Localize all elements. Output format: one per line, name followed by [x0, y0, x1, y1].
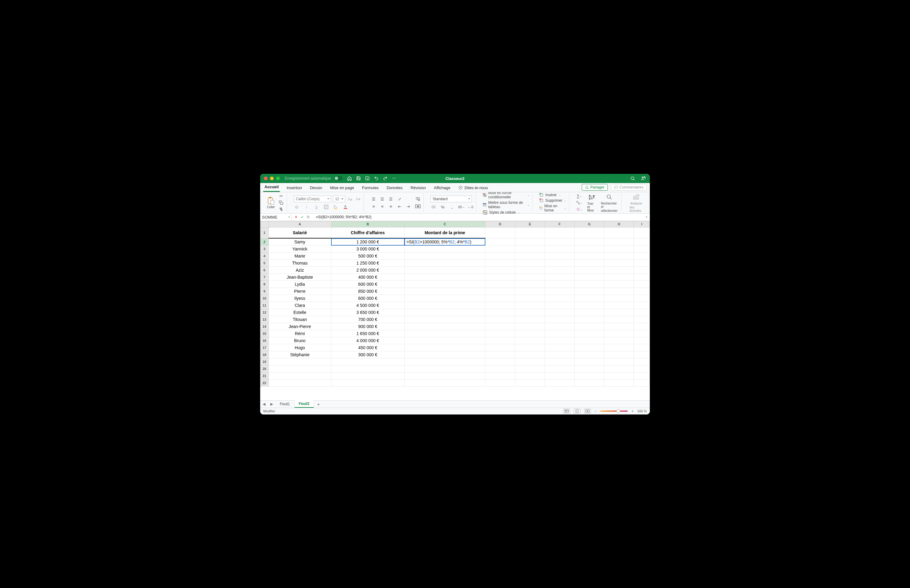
- font-color-icon[interactable]: A: [343, 204, 349, 210]
- cell-F12[interactable]: [545, 309, 574, 316]
- cell-H20[interactable]: [604, 365, 634, 372]
- cell-A3[interactable]: Yannick: [269, 245, 331, 252]
- increase-font-icon[interactable]: A▴: [347, 196, 353, 202]
- cell-B22[interactable]: [331, 379, 404, 386]
- toggle-switch-icon[interactable]: [334, 176, 343, 181]
- cell-C17[interactable]: [404, 344, 486, 351]
- fill-icon[interactable]: ⌄: [576, 200, 582, 205]
- cell-D21[interactable]: [486, 372, 515, 379]
- cell-B2[interactable]: 1 200 000 €: [331, 238, 404, 245]
- sheet-nav-prev-icon[interactable]: ◀: [260, 402, 268, 406]
- cell-E4[interactable]: [515, 252, 545, 259]
- cell-F16[interactable]: [545, 337, 574, 344]
- cell-B18[interactable]: 300 000 €: [331, 351, 404, 358]
- home-icon[interactable]: [347, 176, 352, 181]
- cell-B17[interactable]: 450 000 €: [331, 344, 404, 351]
- cell-B15[interactable]: 1 650 000 €: [331, 330, 404, 337]
- cell-C8[interactable]: [404, 281, 486, 288]
- cell-G8[interactable]: [574, 281, 604, 288]
- align-right-icon[interactable]: ≡: [388, 204, 394, 209]
- cell-C3[interactable]: [404, 245, 486, 252]
- cell-B10[interactable]: 600 000 €: [331, 295, 404, 302]
- cell-A18[interactable]: Stéphanie: [269, 351, 331, 358]
- cell-G13[interactable]: [574, 316, 604, 323]
- cell-I22[interactable]: [634, 379, 650, 386]
- tab-mise-en-page[interactable]: Mise en page: [329, 184, 355, 192]
- cell-I15[interactable]: [634, 330, 650, 337]
- cell-A13[interactable]: Titouan: [269, 316, 331, 323]
- cell-G10[interactable]: [574, 295, 604, 302]
- cell-C4[interactable]: [404, 252, 486, 259]
- cell-I1[interactable]: [634, 227, 650, 238]
- row-header-2[interactable]: 2: [261, 238, 269, 245]
- redo-icon[interactable]: [383, 176, 387, 181]
- cell-I11[interactable]: [634, 302, 650, 309]
- bold-icon[interactable]: G: [294, 204, 300, 210]
- select-all-corner[interactable]: [261, 221, 269, 227]
- minimize-icon[interactable]: [270, 176, 274, 180]
- save-as-icon[interactable]: [365, 176, 370, 181]
- decrease-font-icon[interactable]: A▾: [355, 196, 361, 202]
- cell-I6[interactable]: [634, 267, 650, 273]
- cell-G12[interactable]: [574, 309, 604, 316]
- cell-F20[interactable]: [545, 365, 574, 372]
- cell-D14[interactable]: [486, 323, 515, 330]
- cell-G15[interactable]: [574, 330, 604, 337]
- cell-F15[interactable]: [545, 330, 574, 337]
- cell-G20[interactable]: [574, 365, 604, 372]
- cell-I20[interactable]: [634, 365, 650, 372]
- cell-D10[interactable]: [486, 295, 515, 302]
- cell-H15[interactable]: [604, 330, 634, 337]
- cell-I2[interactable]: [634, 238, 650, 245]
- cell-D11[interactable]: [486, 302, 515, 309]
- currency-icon[interactable]: [431, 204, 437, 210]
- cell-F6[interactable]: [545, 267, 574, 273]
- cell-H4[interactable]: [604, 252, 634, 259]
- analyze-data-button[interactable]: Analyser des données: [628, 193, 644, 212]
- clear-icon[interactable]: ⌄: [576, 207, 582, 212]
- normal-view-icon[interactable]: [563, 409, 570, 414]
- cell-E17[interactable]: [515, 344, 545, 351]
- cell-D5[interactable]: [486, 259, 515, 267]
- cell-F10[interactable]: [545, 295, 574, 302]
- tab-formules[interactable]: Formules: [361, 184, 380, 192]
- undo-icon[interactable]: [374, 176, 379, 181]
- cell-D7[interactable]: [486, 273, 515, 281]
- cell-B14[interactable]: 900 000 €: [331, 323, 404, 330]
- format-as-table-button[interactable]: Mettre sous forme de tableau ⌄: [483, 200, 529, 209]
- cell-H10[interactable]: [604, 295, 634, 302]
- cell-A6[interactable]: Aziz: [269, 267, 331, 273]
- cell-A15[interactable]: Rémi: [269, 330, 331, 337]
- cell-D19[interactable]: [486, 358, 515, 365]
- cell-C11[interactable]: [404, 302, 486, 309]
- cell-I14[interactable]: [634, 323, 650, 330]
- cell-A8[interactable]: Lydia: [269, 281, 331, 288]
- formula-input[interactable]: [314, 215, 643, 219]
- cell-H1[interactable]: [604, 227, 634, 238]
- cell-F21[interactable]: [545, 372, 574, 379]
- italic-icon[interactable]: I: [303, 204, 309, 210]
- cell-G6[interactable]: [574, 267, 604, 273]
- cell-A17[interactable]: Hugo: [269, 344, 331, 351]
- align-bottom-icon[interactable]: ☰: [388, 196, 394, 202]
- cell-I10[interactable]: [634, 295, 650, 302]
- add-sheet-icon[interactable]: +: [314, 402, 323, 407]
- cell-C6[interactable]: [404, 267, 486, 273]
- zoom-out-icon[interactable]: −: [594, 409, 596, 413]
- cell-C21[interactable]: [404, 372, 486, 379]
- cell-D9[interactable]: [486, 288, 515, 295]
- cell-E14[interactable]: [515, 323, 545, 330]
- font-size-select[interactable]: [333, 195, 345, 202]
- cell-H6[interactable]: [604, 267, 634, 273]
- cell-I21[interactable]: [634, 372, 650, 379]
- cell-D16[interactable]: [486, 337, 515, 344]
- cell-I16[interactable]: [634, 337, 650, 344]
- cell-F2[interactable]: [545, 238, 574, 245]
- row-header-22[interactable]: 22: [261, 379, 269, 386]
- cell-I12[interactable]: [634, 309, 650, 316]
- percent-icon[interactable]: %: [440, 204, 446, 210]
- sheet-nav-next-icon[interactable]: ▶: [268, 402, 275, 406]
- cell-B20[interactable]: [331, 365, 404, 372]
- confirm-formula-icon[interactable]: ✓: [301, 215, 304, 219]
- formula-expand-icon[interactable]: ▾: [643, 215, 650, 218]
